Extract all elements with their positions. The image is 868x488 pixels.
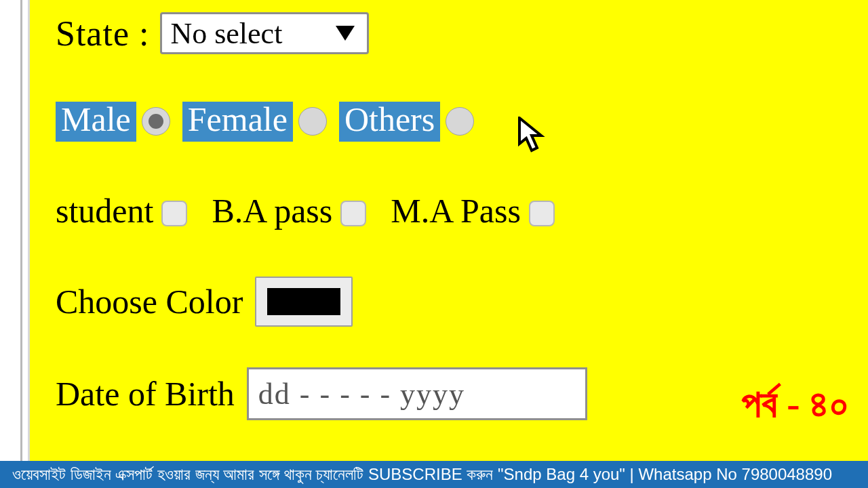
edu-ma-checkbox[interactable] <box>529 201 555 226</box>
dob-label: Date of Birth <box>56 374 235 413</box>
banner-text: ওয়েবসাইট ডিজাইন এক্সপার্ট হওয়ার জন্য আ… <box>12 465 832 484</box>
page-root: State : No select Male Female Others stu… <box>0 0 868 488</box>
gender-radio-male[interactable] <box>142 107 170 136</box>
education-row: student B.A pass M.A Pass <box>56 191 579 230</box>
state-select[interactable]: No select <box>160 12 369 54</box>
gender-row: Male Female Others <box>56 102 486 142</box>
edu-student-label: student <box>56 191 153 230</box>
gender-option-female-label: Female <box>182 102 293 142</box>
episode-badge: পর্ব - ৪০ <box>742 381 849 427</box>
gender-option-male-label: Male <box>56 102 136 142</box>
edu-ba-checkbox[interactable] <box>340 201 366 226</box>
color-label: Choose Color <box>56 282 243 321</box>
state-label: State : <box>56 14 149 54</box>
color-picker[interactable] <box>255 277 353 327</box>
color-swatch <box>267 288 340 315</box>
chevron-down-icon <box>336 26 355 41</box>
bottom-banner: ওয়েবসাইট ডিজাইন এক্সপার্ট হওয়ার জন্য আ… <box>0 461 868 488</box>
state-selected-value: No select <box>170 16 282 51</box>
gender-radio-others[interactable] <box>446 107 474 136</box>
edu-ma-label: M.A Pass <box>391 191 521 230</box>
window-left-border <box>20 0 30 461</box>
gender-option-others-label: Others <box>339 102 440 142</box>
color-row: Choose Color <box>56 277 353 327</box>
dob-input[interactable]: dd - - - - - yyyy <box>247 367 587 420</box>
dob-placeholder: dd - - - - - yyyy <box>258 377 465 411</box>
form-panel: State : No select Male Female Others stu… <box>30 0 868 461</box>
state-row: State : No select <box>56 12 369 54</box>
edu-ba-label: B.A pass <box>212 191 332 230</box>
cursor-icon <box>517 117 549 155</box>
edu-student-checkbox[interactable] <box>161 201 187 226</box>
dob-row: Date of Birth dd - - - - - yyyy <box>56 367 587 420</box>
gender-radio-female[interactable] <box>298 107 327 136</box>
episode-text: পর্ব - ৪০ <box>742 382 849 426</box>
